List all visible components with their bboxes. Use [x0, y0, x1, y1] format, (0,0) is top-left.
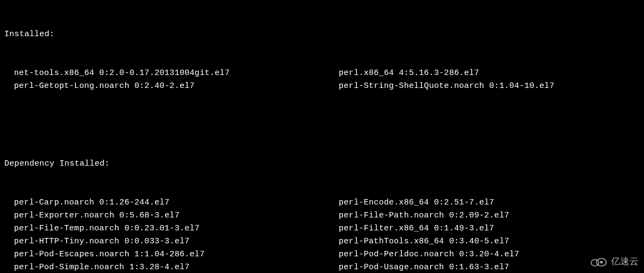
- package-row: perl-Carp.noarch 0:1.26-244.el7perl-Enco…: [4, 196, 640, 209]
- package-right: perl-Encode.x86_64 0:2.51-7.el7: [339, 196, 640, 209]
- dependency-header: Dependency Installed:: [4, 158, 640, 170]
- package-right: perl.x86_64 4:5.16.3-286.el7: [339, 67, 640, 80]
- package-row: perl-Exporter.noarch 0:5.68-3.el7perl-Fi…: [4, 209, 640, 222]
- terminal-output[interactable]: Installed: net-tools.x86_64 0:2.0-0.17.2…: [4, 2, 640, 273]
- package-left: net-tools.x86_64 0:2.0-0.17.20131004git.…: [4, 67, 339, 80]
- watermark: 亿速云: [590, 254, 639, 269]
- package-right: perl-Filter.x86_64 0:1.49-3.el7: [339, 222, 640, 235]
- package-left: perl-Pod-Escapes.noarch 1:1.04-286.el7: [4, 248, 339, 261]
- package-left: perl-File-Temp.noarch 0:0.23.01-3.el7: [4, 222, 339, 235]
- svg-point-2: [600, 261, 603, 264]
- blank-line: [4, 119, 640, 132]
- package-row: perl-Getopt-Long.noarch 0:2.40-2.el7perl…: [4, 80, 640, 93]
- installed-list: net-tools.x86_64 0:2.0-0.17.20131004git.…: [4, 67, 640, 93]
- package-left: perl-Getopt-Long.noarch 0:2.40-2.el7: [4, 80, 339, 93]
- dependency-list: perl-Carp.noarch 0:1.26-244.el7perl-Enco…: [4, 196, 640, 273]
- package-row: perl-HTTP-Tiny.noarch 0:0.033-3.el7perl-…: [4, 235, 640, 248]
- package-row: perl-Pod-Simple.noarch 1:3.28-4.el7perl-…: [4, 261, 640, 273]
- watermark-text: 亿速云: [611, 254, 639, 269]
- cloud-icon: [590, 256, 608, 267]
- package-right: perl-String-ShellQuote.noarch 0:1.04-10.…: [339, 80, 640, 93]
- package-row: perl-File-Temp.noarch 0:0.23.01-3.el7per…: [4, 222, 640, 235]
- package-left: perl-Exporter.noarch 0:5.68-3.el7: [4, 209, 339, 222]
- package-row: perl-Pod-Escapes.noarch 1:1.04-286.el7pe…: [4, 248, 640, 261]
- installed-header: Installed:: [4, 28, 640, 41]
- package-left: perl-HTTP-Tiny.noarch 0:0.033-3.el7: [4, 235, 339, 248]
- package-left: perl-Carp.noarch 0:1.26-244.el7: [4, 196, 339, 209]
- package-left: perl-Pod-Simple.noarch 1:3.28-4.el7: [4, 261, 339, 273]
- package-right: perl-File-Path.noarch 0:2.09-2.el7: [339, 209, 640, 222]
- package-row: net-tools.x86_64 0:2.0-0.17.20131004git.…: [4, 67, 640, 80]
- package-right: perl-PathTools.x86_64 0:3.40-5.el7: [339, 235, 640, 248]
